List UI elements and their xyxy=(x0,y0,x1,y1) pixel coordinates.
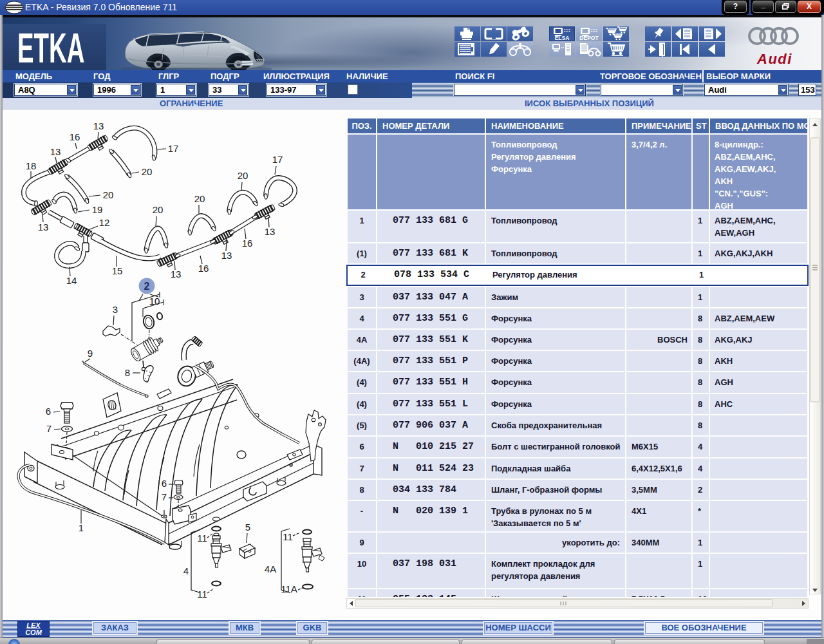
svg-text:5: 5 xyxy=(245,522,250,533)
svg-text:17: 17 xyxy=(168,143,179,154)
svg-text:16: 16 xyxy=(198,263,209,274)
svg-text:11: 11 xyxy=(283,531,293,542)
svg-text:7: 7 xyxy=(162,491,167,502)
svg-text:13: 13 xyxy=(221,250,232,261)
svg-text:8: 8 xyxy=(125,367,130,378)
svg-text:11: 11 xyxy=(197,533,207,544)
svg-text:11A: 11A xyxy=(281,583,297,594)
svg-text:2: 2 xyxy=(144,281,150,292)
svg-text:13: 13 xyxy=(171,269,182,279)
svg-text:11: 11 xyxy=(197,589,207,600)
svg-text:18: 18 xyxy=(26,160,37,171)
svg-text:20: 20 xyxy=(238,170,248,181)
svg-text:ELSA: ELSA xyxy=(555,35,570,41)
svg-text:15: 15 xyxy=(112,265,123,276)
svg-text:14: 14 xyxy=(66,275,77,286)
svg-text:13: 13 xyxy=(265,226,276,237)
svg-text:6: 6 xyxy=(162,478,167,489)
svg-text:13: 13 xyxy=(38,222,49,232)
svg-text:20: 20 xyxy=(103,189,114,200)
svg-text:17: 17 xyxy=(272,154,283,165)
svg-text:4A: 4A xyxy=(265,564,276,574)
svg-text:13: 13 xyxy=(93,120,104,131)
svg-text:1: 1 xyxy=(79,522,84,533)
svg-text:DEPOT: DEPOT xyxy=(579,35,599,41)
svg-text:20: 20 xyxy=(142,166,153,177)
svg-text:16: 16 xyxy=(70,131,80,142)
svg-text:19: 19 xyxy=(92,204,103,215)
svg-text:7: 7 xyxy=(46,423,52,434)
svg-text:6: 6 xyxy=(46,406,51,417)
svg-text:20: 20 xyxy=(153,204,164,215)
svg-text:9: 9 xyxy=(88,348,93,359)
svg-text:12: 12 xyxy=(99,217,110,228)
svg-text:4: 4 xyxy=(183,565,189,576)
svg-text:13: 13 xyxy=(50,146,61,157)
svg-text:16: 16 xyxy=(242,238,253,249)
svg-text:20: 20 xyxy=(194,193,205,204)
svg-text:3: 3 xyxy=(113,304,118,315)
